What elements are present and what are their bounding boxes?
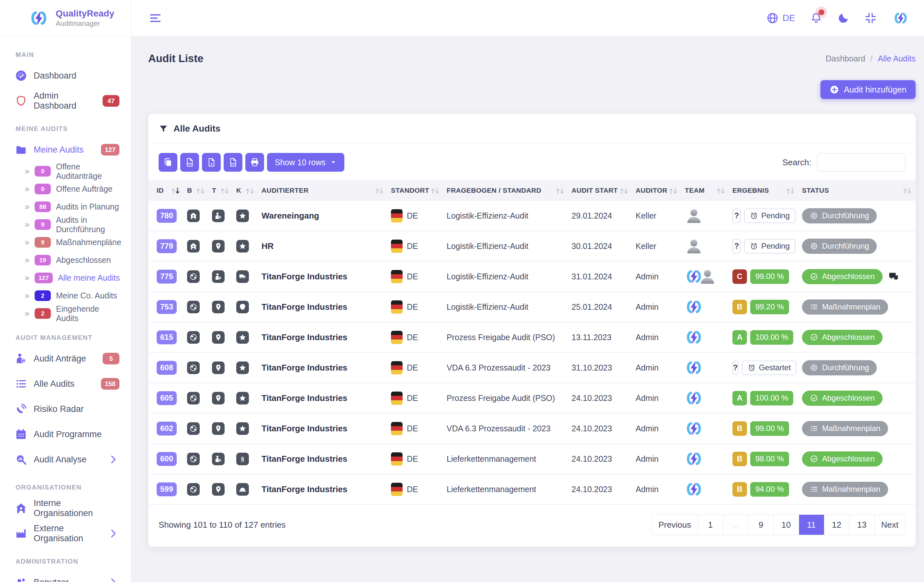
id-badge[interactable]: 780 bbox=[157, 209, 177, 223]
id-badge[interactable]: 605 bbox=[157, 391, 177, 405]
column-header-status[interactable]: STATUS bbox=[799, 180, 916, 201]
sidebar-item-dashboard[interactable]: Dashboard bbox=[11, 63, 123, 88]
sidebar-subitem-eingehende-audits[interactable]: »2Eingehende Audits bbox=[11, 304, 123, 322]
auditee-name[interactable]: HR bbox=[261, 241, 274, 251]
table-row[interactable]: 779HRDELogistik-Effizienz-Audit30.01.202… bbox=[148, 231, 916, 261]
add-audit-button[interactable]: Audit hinzufügen bbox=[820, 80, 916, 99]
sidebar-item-audit-analyse[interactable]: Audit Analyse bbox=[11, 447, 123, 472]
auditee-name[interactable]: TitanForge Industries bbox=[261, 454, 347, 464]
table-row[interactable]: 615TitanForge IndustriesDEProzess Freiga… bbox=[148, 322, 916, 352]
auditee-name[interactable]: TitanForge Industries bbox=[261, 363, 347, 373]
sort-icon[interactable] bbox=[170, 186, 181, 195]
menu-icon[interactable] bbox=[149, 12, 162, 25]
breadcrumb-current[interactable]: Alle Audits bbox=[878, 54, 916, 63]
sidebar-subitem-audits-in-durchf-hrung[interactable]: »9Audits in Durchführung bbox=[11, 216, 123, 233]
sidebar-item-audit-programme[interactable]: Audit Programme bbox=[11, 422, 123, 447]
id-badge[interactable]: 599 bbox=[157, 482, 177, 497]
auditee-name[interactable]: TitanForge Industries bbox=[261, 484, 347, 494]
id-badge[interactable]: 600 bbox=[157, 452, 177, 466]
column-header-auditor[interactable]: AUDITOR bbox=[632, 180, 681, 201]
sidebar-subitem-abgeschlossen[interactable]: »19Abgeschlossen bbox=[11, 251, 123, 269]
id-badge[interactable]: 615 bbox=[157, 330, 177, 344]
table-row[interactable]: 602TitanForge IndustriesDEVDA 6.3 Prozes… bbox=[148, 413, 916, 444]
moon-icon[interactable] bbox=[837, 12, 850, 24]
table-row[interactable]: 599TitanForge IndustriesDELieferkettenma… bbox=[148, 474, 916, 505]
file-csv-button[interactable]: CSV bbox=[224, 153, 243, 172]
sort-icon[interactable] bbox=[716, 186, 726, 195]
brand[interactable]: QualityReady Auditmanager bbox=[0, 0, 131, 36]
table-row[interactable]: 780?WareneingangDELogistik-Effizienz-Aud… bbox=[148, 201, 916, 231]
sidebar-subitem-offene-auftr-ge[interactable]: »0Offene Aufträge bbox=[11, 180, 123, 198]
sidebar-item-meine-audits[interactable]: Meine Audits127 bbox=[11, 137, 123, 162]
language-selector[interactable]: DE bbox=[766, 12, 795, 24]
id-badge[interactable]: 608 bbox=[157, 361, 177, 375]
pagination-next[interactable]: Next bbox=[874, 515, 905, 535]
company-logo-avatar[interactable] bbox=[685, 358, 703, 376]
auditee-name[interactable]: Wareneingang bbox=[261, 211, 319, 220]
pagination-10[interactable]: 10 bbox=[774, 515, 799, 535]
column-header-audit-start[interactable]: AUDIT START bbox=[568, 180, 632, 201]
sort-icon[interactable] bbox=[374, 186, 384, 195]
bell-icon[interactable] bbox=[810, 12, 822, 24]
sort-icon[interactable] bbox=[668, 186, 678, 195]
sidebar-item-benutzer[interactable]: Benutzer bbox=[11, 570, 123, 582]
company-logo-avatar[interactable] bbox=[685, 328, 703, 346]
auditee-name[interactable]: TitanForge Industries bbox=[261, 393, 347, 403]
sort-icon[interactable] bbox=[195, 186, 206, 195]
sidebar-item-risiko-radar[interactable]: Risiko Radar bbox=[11, 396, 123, 422]
table-row[interactable]: 775?TitanForge IndustriesDELogistik-Effi… bbox=[148, 261, 916, 292]
auditee-name[interactable]: TitanForge Industries bbox=[261, 332, 347, 342]
pagination-12[interactable]: 12 bbox=[824, 515, 849, 535]
print-button[interactable] bbox=[245, 153, 264, 172]
user-avatar[interactable] bbox=[892, 10, 910, 26]
person-avatar[interactable] bbox=[685, 237, 703, 255]
copy-button[interactable] bbox=[158, 153, 177, 172]
auditee-name[interactable]: TitanForge Industries bbox=[261, 424, 347, 433]
file-pdf-button[interactable]: PDF bbox=[180, 153, 199, 172]
sidebar-item-audit-antr-ge[interactable]: ?Audit Anträge5 bbox=[11, 346, 123, 371]
id-badge[interactable]: 775 bbox=[157, 270, 177, 284]
sort-icon[interactable] bbox=[219, 186, 230, 195]
column-header-t[interactable]: T bbox=[209, 180, 233, 201]
sort-icon[interactable] bbox=[245, 186, 255, 195]
id-badge[interactable]: 779 bbox=[157, 239, 177, 253]
breadcrumb-dashboard[interactable]: Dashboard bbox=[826, 54, 865, 63]
column-header-fragebogen-standard[interactable]: FRAGEBOGEN / STANDARD bbox=[444, 180, 568, 201]
sort-icon[interactable] bbox=[555, 186, 565, 195]
file-excel-button[interactable]: x bbox=[202, 153, 221, 172]
auditee-name[interactable]: TitanForge Industries bbox=[261, 302, 347, 312]
table-row[interactable]: 753TitanForge IndustriesDELogistik-Effiz… bbox=[148, 292, 916, 322]
company-logo-avatar[interactable] bbox=[685, 480, 703, 498]
show-rows-button[interactable]: Show 10 rows bbox=[267, 153, 344, 172]
sidebar-subitem-offene-auditantr-ge[interactable]: »0Offene Auditanträge bbox=[11, 162, 123, 180]
company-logo-avatar[interactable] bbox=[685, 419, 703, 437]
sidebar-subitem-audits-in-planung[interactable]: »88Audits in Planung bbox=[11, 198, 123, 216]
company-logo-avatar[interactable] bbox=[685, 298, 703, 316]
pagination-11[interactable]: 11 bbox=[799, 515, 824, 535]
sidebar-item-admin-dashboard[interactable]: Admin Dashboard47 bbox=[11, 88, 123, 113]
comments-icon[interactable] bbox=[888, 271, 899, 282]
sidebar-item-alle-audits[interactable]: Alle Audits158 bbox=[11, 371, 123, 396]
company-logo-avatar[interactable] bbox=[685, 450, 703, 468]
sort-icon[interactable] bbox=[902, 186, 912, 195]
column-header-auditierter[interactable]: AUDITIERTER bbox=[258, 180, 388, 201]
sort-icon[interactable] bbox=[619, 186, 629, 195]
auditee-name[interactable]: TitanForge Industries bbox=[261, 271, 347, 281]
column-header-k[interactable]: K bbox=[233, 180, 258, 201]
compress-icon[interactable] bbox=[865, 12, 877, 24]
company-logo-avatar[interactable] bbox=[685, 389, 703, 407]
id-badge[interactable]: 753 bbox=[157, 300, 177, 314]
column-header-id[interactable]: ID bbox=[148, 180, 184, 201]
table-row[interactable]: 608TitanForge IndustriesDEVDA 6.3 Prozes… bbox=[148, 352, 916, 383]
column-header-team[interactable]: TEAM bbox=[681, 180, 729, 201]
sidebar-item-interne-organisationen[interactable]: Interne Organisationen bbox=[11, 496, 123, 521]
sidebar-subitem-meine-co-audits[interactable]: »2Meine Co. Audits bbox=[11, 287, 123, 304]
pagination-13[interactable]: 13 bbox=[849, 515, 874, 535]
id-badge[interactable]: 602 bbox=[157, 422, 177, 436]
column-header-ergebnis[interactable]: ERGEBNIS bbox=[729, 180, 799, 201]
pagination-1[interactable]: 1 bbox=[698, 515, 723, 535]
sort-icon[interactable] bbox=[430, 186, 440, 195]
table-row[interactable]: 605TitanForge IndustriesDEProzess Freiga… bbox=[148, 383, 916, 413]
sidebar-subitem-ma-nahmenpl-ne[interactable]: »9Maßnahmenpläne bbox=[11, 233, 123, 251]
person-avatar[interactable] bbox=[698, 267, 716, 286]
